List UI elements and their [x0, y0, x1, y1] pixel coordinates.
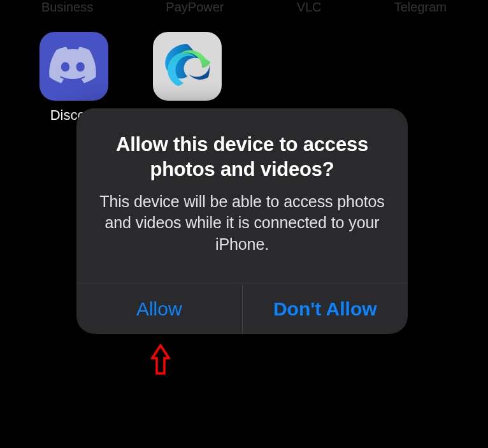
alert-body: Allow this device to access photos and v… — [76, 108, 408, 284]
alert-message: This device will be able to access photo… — [98, 191, 386, 256]
arrow-annotation-icon — [151, 344, 170, 376]
dont-allow-button[interactable]: Don't Allow — [242, 284, 408, 334]
alert-overlay: Allow this device to access photos and v… — [0, 0, 488, 448]
alert-buttons: Allow Don't Allow — [76, 284, 408, 334]
allow-button[interactable]: Allow — [76, 284, 242, 334]
home-screen: Business PayPower VLC Telegram Discord — [0, 0, 488, 448]
alert-title: Allow this device to access photos and v… — [98, 133, 386, 182]
permission-alert: Allow this device to access photos and v… — [76, 108, 408, 334]
